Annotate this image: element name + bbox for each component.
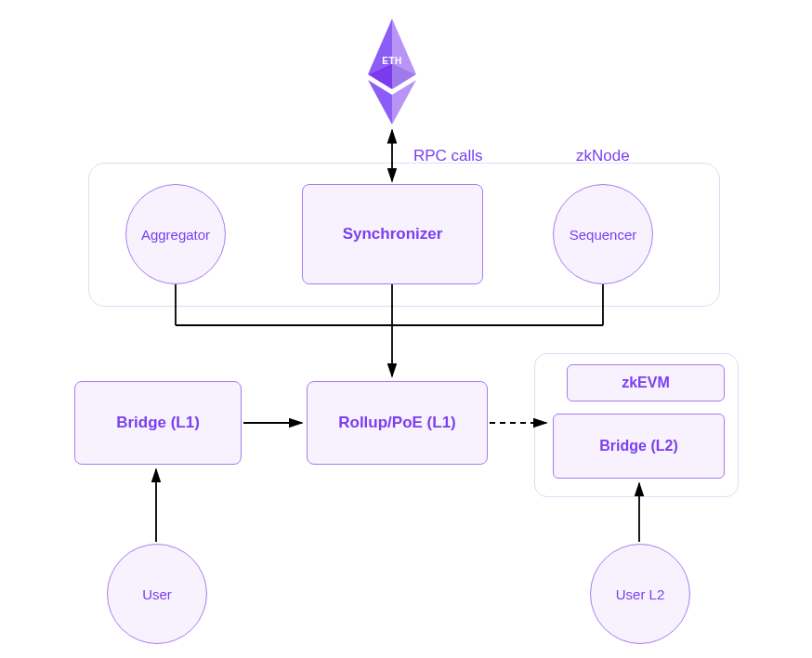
bridge-l1-label: Bridge (L1) — [116, 414, 200, 432]
zkevm-label: zkEVM — [622, 375, 670, 391]
user-l2-node: User L2 — [590, 544, 690, 644]
aggregator-node: Aggregator — [125, 184, 226, 284]
synchronizer-label: Synchronizer — [343, 225, 443, 243]
sequencer-node: Sequencer — [553, 184, 653, 284]
rollup-node: Rollup/PoE (L1) — [307, 381, 488, 465]
eth-node: ETH — [353, 17, 431, 132]
zkevm-label-box: zkEVM — [567, 364, 725, 401]
rollup-label: Rollup/PoE (L1) — [338, 414, 456, 432]
eth-label: ETH — [382, 56, 402, 66]
synchronizer-node: Synchronizer — [302, 184, 483, 284]
user-node: User — [107, 544, 207, 644]
user-label: User — [142, 586, 172, 602]
rpc-calls-label: RPC calls — [413, 147, 483, 165]
bridge-l2-node: Bridge (L2) — [553, 414, 725, 479]
diagram-canvas: ETH RPC calls zkNode Aggregator Synchron… — [0, 0, 812, 658]
bridge-l1-node: Bridge (L1) — [74, 381, 242, 465]
user-l2-label: User L2 — [616, 586, 665, 602]
aggregator-label: Aggregator — [141, 227, 210, 243]
sequencer-label: Sequencer — [570, 227, 637, 243]
zknode-label: zkNode — [576, 147, 630, 165]
ethereum-icon — [353, 17, 431, 128]
bridge-l2-label: Bridge (L2) — [599, 438, 677, 454]
